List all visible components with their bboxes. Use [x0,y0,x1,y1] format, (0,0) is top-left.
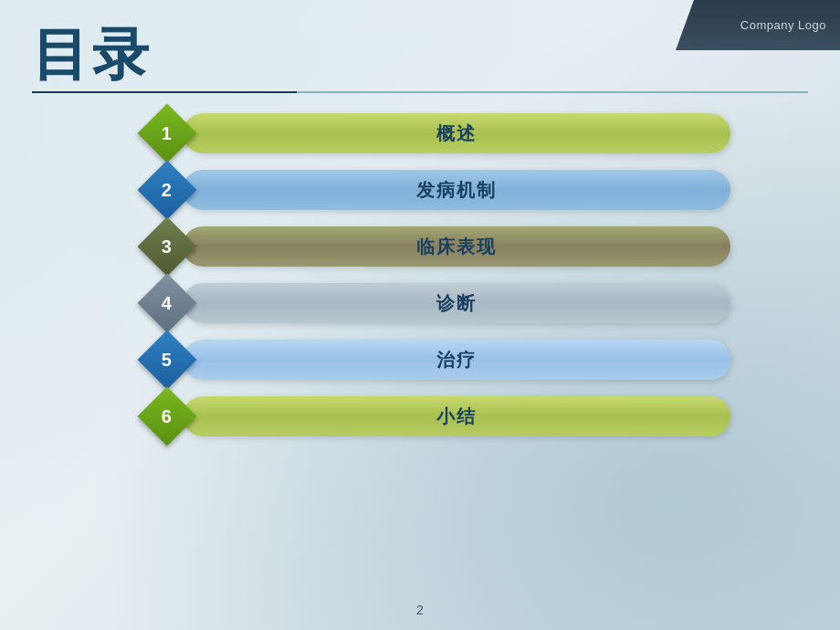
bar-5: 治疗 [183,340,730,380]
item-number-5: 5 [162,350,172,371]
divider-light [297,91,808,93]
menu-item-5[interactable]: 5 治疗 [155,336,730,383]
item-number-2: 2 [162,180,172,201]
menu-item-1[interactable]: 1 概述 [155,110,730,157]
diamond-2: 2 [137,160,196,219]
diamond-3: 3 [137,216,196,276]
diamond-5: 5 [137,330,196,389]
menu-item-6[interactable]: 6 小结 [155,393,730,440]
divider-dark [32,91,297,93]
bar-6: 小结 [183,396,730,436]
item-number-1: 1 [162,123,172,144]
bar-3: 临床表现 [183,226,730,267]
diamond-1: 1 [137,103,196,163]
divider [32,91,808,93]
diamond-4: 4 [137,273,196,332]
bar-4: 诊断 [183,283,730,323]
company-logo: Company Logo [740,18,826,32]
page-number: 2 [0,603,840,617]
diamond-6: 6 [137,386,196,446]
item-number-3: 3 [162,236,172,257]
bar-1: 概述 [183,113,730,153]
menu-item-4[interactable]: 4 诊断 [155,279,730,327]
slide: Company Logo 目录 1 概述 2 发病机制 3 临床表现 4 [0,0,840,630]
item-number-6: 6 [162,406,172,427]
bar-2: 发病机制 [183,170,730,210]
menu-item-2[interactable]: 2 发病机制 [155,166,730,214]
page-title: 目录 [32,16,152,93]
corner-tab: Company Logo [676,0,840,50]
menu-container: 1 概述 2 发病机制 3 临床表现 4 诊断 5 治疗 6 [155,110,730,440]
item-number-4: 4 [162,293,172,314]
menu-item-3[interactable]: 3 临床表现 [155,223,730,270]
